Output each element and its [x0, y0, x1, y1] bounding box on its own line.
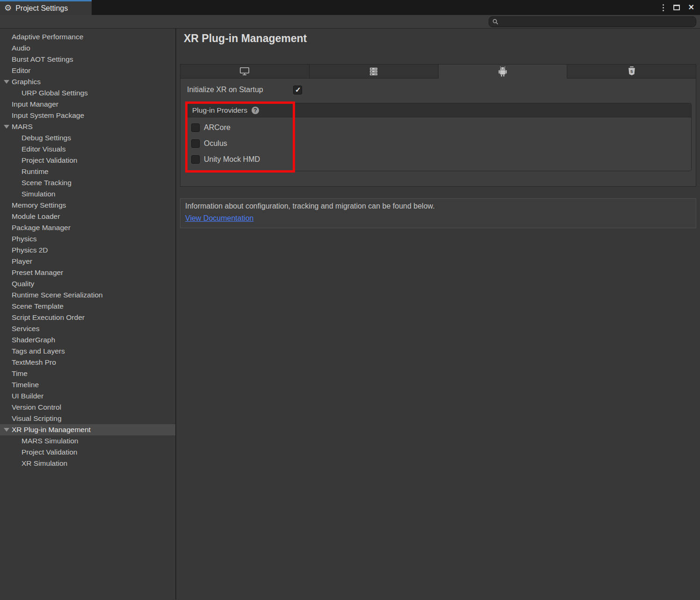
provider-checkbox[interactable]: [191, 155, 200, 164]
sidebar-item-label: Module Loader: [12, 212, 60, 221]
sidebar-item-label: Burst AOT Settings: [12, 55, 73, 64]
sidebar-item[interactable]: Package Manager: [0, 222, 175, 233]
platform-tabstrip: 5: [180, 64, 696, 79]
sidebar-item[interactable]: Player: [0, 256, 175, 267]
sidebar-item[interactable]: Graphics: [0, 76, 175, 87]
desktop-icon: [239, 67, 250, 76]
sidebar-item-label: Version Control: [12, 403, 61, 412]
sidebar-item[interactable]: MARS Simulation: [0, 435, 175, 447]
sidebar-item-label: Timeline: [12, 381, 39, 389]
info-text: Information about configuration, trackin…: [185, 202, 691, 210]
sidebar-item[interactable]: Burst AOT Settings: [0, 54, 175, 65]
svg-text:5: 5: [630, 69, 633, 74]
sidebar-item[interactable]: Scene Template: [0, 301, 175, 312]
platform-tab-desktop[interactable]: [180, 64, 310, 79]
sidebar-item-label: ShaderGraph: [12, 336, 55, 344]
plugin-providers-box: Plug-in Providers ? ARCoreOculusUnity Mo…: [187, 103, 692, 171]
sidebar-item[interactable]: UI Builder: [0, 390, 175, 402]
window-controls: ✕: [662, 0, 694, 15]
window-tab-project-settings[interactable]: ⚙ Project Settings: [0, 0, 92, 15]
sidebar-item[interactable]: Runtime: [0, 166, 175, 177]
sidebar-item[interactable]: Editor Visuals: [0, 144, 175, 155]
plugin-providers-header: Plug-in Providers ?: [187, 103, 691, 117]
sidebar-item[interactable]: XR Plug-in Management: [0, 424, 175, 435]
platform-tab-android[interactable]: [439, 64, 568, 79]
sidebar-item-label: Project Validation: [22, 156, 77, 165]
sidebar-item[interactable]: ShaderGraph: [0, 334, 175, 346]
sidebar-item[interactable]: Script Execution Order: [0, 312, 175, 323]
info-box: Information about configuration, trackin…: [180, 198, 696, 228]
sidebar-item[interactable]: Audio: [0, 43, 175, 54]
sidebar-item-label: Package Manager: [12, 224, 71, 232]
provider-label: Unity Mock HMD: [204, 155, 260, 164]
sidebar-item[interactable]: URP Global Settings: [0, 87, 175, 99]
provider-checkbox[interactable]: [191, 123, 200, 132]
sidebar-item[interactable]: Project Validation: [0, 447, 175, 458]
sidebar-item-label: URP Global Settings: [22, 89, 88, 97]
sidebar-item[interactable]: Debug Settings: [0, 132, 175, 144]
sidebar-item-label: Scene Template: [12, 302, 64, 311]
sidebar-item[interactable]: Simulation: [0, 188, 175, 200]
sidebar-item-label: Input Manager: [12, 100, 58, 108]
sidebar-item[interactable]: Quality: [0, 278, 175, 289]
sidebar-item-label: Simulation: [22, 190, 55, 198]
main-panel: XR Plug-in Management 5 Initialize XR on…: [176, 29, 700, 600]
sidebar-item[interactable]: Physics 2D: [0, 245, 175, 256]
sidebar-item-label: Audio: [12, 44, 30, 52]
sidebar-item-label: Memory Settings: [12, 201, 66, 210]
search-icon: [492, 19, 498, 25]
sidebar-item[interactable]: Project Validation: [0, 155, 175, 166]
provider-checkbox[interactable]: [191, 139, 200, 148]
sidebar-item-label: Scene Tracking: [22, 179, 72, 187]
close-icon[interactable]: ✕: [688, 4, 694, 11]
sidebar-item[interactable]: Services: [0, 323, 175, 334]
sidebar-item[interactable]: Tags and Layers: [0, 346, 175, 357]
sidebar-item-label: Visual Scripting: [12, 414, 62, 423]
sidebar-item[interactable]: Visual Scripting: [0, 413, 175, 424]
sidebar-item[interactable]: Adaptive Performance: [0, 31, 175, 43]
platform-tab-webgl[interactable]: 5: [567, 64, 696, 79]
expander-triangle-icon[interactable]: [4, 428, 9, 432]
sidebar-item[interactable]: Version Control: [0, 402, 175, 413]
sidebar-item[interactable]: Time: [0, 368, 175, 379]
sidebar-item[interactable]: Input Manager: [0, 99, 175, 110]
plugin-providers-title: Plug-in Providers: [192, 106, 247, 115]
sidebar-item-label: Player: [12, 257, 32, 266]
sidebar-item[interactable]: Memory Settings: [0, 200, 175, 211]
webgl-icon: 5: [628, 66, 635, 76]
sidebar-item[interactable]: XR Simulation: [0, 458, 175, 469]
toolbar: [0, 15, 700, 29]
sidebar-item[interactable]: Preset Manager: [0, 267, 175, 278]
window-tab-label: Project Settings: [15, 4, 68, 13]
sidebar-item-label: Services: [12, 325, 39, 333]
sidebar-item-label: Adaptive Performance: [12, 33, 83, 41]
sidebar-item-label: Editor: [12, 66, 31, 75]
sidebar-item[interactable]: MARS: [0, 121, 175, 132]
sidebar-item-label: XR Plug-in Management: [12, 426, 91, 434]
sidebar-item[interactable]: Timeline: [0, 379, 175, 390]
sidebar-item-label: Runtime Scene Serialization: [12, 291, 103, 299]
kebab-menu-icon[interactable]: [662, 3, 665, 12]
sidebar-item-label: Physics: [12, 235, 36, 243]
sidebar-item[interactable]: Scene Tracking: [0, 177, 175, 188]
sidebar-item[interactable]: Physics: [0, 233, 175, 245]
sidebar-item[interactable]: Runtime Scene Serialization: [0, 289, 175, 301]
sidebar-item[interactable]: TextMesh Pro: [0, 357, 175, 368]
maximize-icon[interactable]: [673, 5, 680, 10]
sidebar-item-label: Runtime: [22, 167, 49, 176]
platform-tab-dedicated-server[interactable]: [310, 64, 439, 79]
sidebar-item[interactable]: Input System Package: [0, 110, 175, 121]
initialize-xr-row: Initialize XR on Startup: [187, 85, 302, 94]
search-input[interactable]: [501, 17, 696, 27]
view-documentation-link[interactable]: View Documentation: [185, 214, 253, 223]
sidebar-item-label: XR Simulation: [22, 459, 67, 468]
sidebar-item[interactable]: Module Loader: [0, 211, 175, 222]
sidebar-item-label: Input System Package: [12, 111, 84, 120]
search-box[interactable]: [489, 16, 696, 27]
sidebar-item[interactable]: Editor: [0, 65, 175, 76]
help-icon[interactable]: ?: [252, 107, 259, 114]
expander-triangle-icon[interactable]: [4, 80, 9, 84]
initialize-xr-checkbox[interactable]: [293, 86, 302, 94]
sidebar-item-label: Preset Manager: [12, 268, 63, 277]
expander-triangle-icon[interactable]: [4, 125, 9, 129]
